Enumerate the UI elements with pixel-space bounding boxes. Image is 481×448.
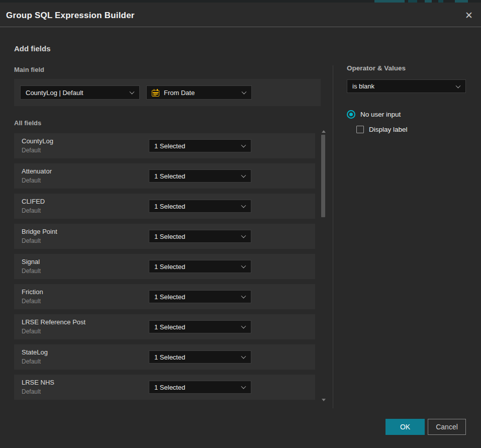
cancel-button[interactable]: Cancel xyxy=(428,419,466,435)
operator-dropdown[interactable]: is blank xyxy=(347,79,466,93)
dialog-header: Group SQL Expression Builder ✕ xyxy=(0,3,481,27)
field-subtype: Default xyxy=(22,147,41,154)
field-selected-dropdown[interactable]: 1 Selected xyxy=(149,169,251,183)
field-row: Attenuator Default 1 Selected xyxy=(14,163,315,189)
field-selected-dropdown[interactable]: 1 Selected xyxy=(149,320,251,333)
operator-values-panel: Operator & Values is blank No user input… xyxy=(347,64,466,133)
field-row: LRSE Reference Post Default 1 Selected xyxy=(14,314,315,339)
chevron-down-icon xyxy=(241,263,246,268)
operator-value: is blank xyxy=(352,82,374,90)
field-selected-dropdown[interactable]: 1 Selected xyxy=(149,350,251,364)
field-row: Signal Default 1 Selected xyxy=(14,254,315,279)
field-subtype: Default xyxy=(22,267,41,275)
operator-values-heading: Operator & Values xyxy=(347,64,466,72)
scroll-up-icon[interactable] xyxy=(322,130,326,133)
field-name: LRSE NHS xyxy=(22,379,54,386)
field-name: CLIFED xyxy=(22,198,45,205)
all-fields-label: All fields xyxy=(14,119,41,127)
chevron-down-icon xyxy=(241,143,246,148)
field-selected-value: 1 Selected xyxy=(154,293,185,301)
main-field-label: Main field xyxy=(14,66,44,73)
all-fields-list: CountyLog Default 1 Selected Attenuator … xyxy=(14,133,315,405)
chevron-down-icon xyxy=(241,173,246,178)
chevron-down-icon xyxy=(241,324,246,329)
chevron-down-icon xyxy=(241,203,246,208)
field-selected-value: 1 Selected xyxy=(154,142,185,150)
display-label-checkbox-row[interactable]: Display label xyxy=(356,126,466,133)
field-selected-value: 1 Selected xyxy=(154,353,185,361)
field-selected-value: 1 Selected xyxy=(154,263,185,271)
add-fields-heading: Add fields xyxy=(14,44,51,53)
field-name: Attenuator xyxy=(22,167,52,175)
panel-divider xyxy=(333,65,333,408)
field-selected-dropdown[interactable]: 1 Selected xyxy=(149,200,251,213)
main-field-layer-dropdown[interactable]: CountyLog | Default xyxy=(20,85,140,100)
field-selected-dropdown[interactable]: 1 Selected xyxy=(149,260,251,273)
field-selected-dropdown[interactable]: 1 Selected xyxy=(149,381,251,394)
radio-selected-icon[interactable] xyxy=(347,110,355,119)
main-field-field-value: From Date xyxy=(164,89,195,97)
no-user-input-label: No user input xyxy=(360,111,401,118)
field-row: CountyLog Default 1 Selected xyxy=(14,133,315,158)
no-user-input-radio-row[interactable]: No user input xyxy=(347,110,466,119)
chevron-down-icon xyxy=(456,83,461,88)
field-selected-dropdown[interactable]: 1 Selected xyxy=(149,230,251,243)
main-field-band: CountyLog | Default From Date xyxy=(14,79,321,106)
field-selected-dropdown[interactable]: 1 Selected xyxy=(149,290,251,303)
field-subtype: Default xyxy=(22,358,41,365)
field-subtype: Default xyxy=(22,237,41,244)
chevron-down-icon xyxy=(242,89,247,95)
scrollbar-thumb[interactable] xyxy=(321,135,325,217)
close-icon[interactable]: ✕ xyxy=(463,10,475,22)
scroll-down-icon[interactable] xyxy=(322,399,326,401)
main-field-layer-value: CountyLog | Default xyxy=(26,89,83,97)
field-subtype: Default xyxy=(22,388,41,395)
chevron-down-icon xyxy=(241,294,246,299)
chevron-down-icon xyxy=(241,354,246,359)
field-name: CountyLog xyxy=(22,137,53,145)
chevron-down-icon xyxy=(241,233,246,238)
field-selected-value: 1 Selected xyxy=(154,172,185,180)
fields-list-scrollbar[interactable] xyxy=(321,128,328,405)
chevron-down-icon xyxy=(241,384,246,389)
field-row: CLIFED Default 1 Selected xyxy=(14,194,315,219)
ok-button[interactable]: OK xyxy=(386,419,425,435)
field-subtype: Default xyxy=(22,298,41,305)
field-subtype: Default xyxy=(22,207,41,214)
field-selected-dropdown[interactable]: 1 Selected xyxy=(149,139,251,152)
display-label-label: Display label xyxy=(369,126,408,133)
checkbox-unchecked-icon[interactable] xyxy=(356,126,364,133)
field-name: Signal xyxy=(22,258,40,265)
calendar-icon xyxy=(152,89,159,97)
field-selected-value: 1 Selected xyxy=(154,384,185,391)
field-row: Friction Default 1 Selected xyxy=(14,284,315,309)
group-sql-expression-builder-dialog: Group SQL Expression Builder ✕ Add field… xyxy=(0,0,481,448)
field-name: Bridge Point xyxy=(22,228,57,235)
field-subtype: Default xyxy=(22,177,41,184)
field-row: StateLog Default 1 Selected xyxy=(14,344,315,370)
main-field-field-dropdown[interactable]: From Date xyxy=(146,85,252,100)
chevron-down-icon xyxy=(130,89,135,95)
field-selected-value: 1 Selected xyxy=(154,323,185,331)
field-name: Friction xyxy=(22,288,43,296)
field-row: Bridge Point Default 1 Selected xyxy=(14,224,315,249)
field-row: LRSE NHS Default 1 Selected xyxy=(14,375,315,400)
field-selected-value: 1 Selected xyxy=(154,203,185,210)
field-name: LRSE Reference Post xyxy=(22,318,85,326)
field-name: StateLog xyxy=(22,348,48,356)
field-selected-value: 1 Selected xyxy=(154,233,185,240)
field-subtype: Default xyxy=(22,328,41,335)
dialog-title: Group SQL Expression Builder xyxy=(6,11,135,21)
